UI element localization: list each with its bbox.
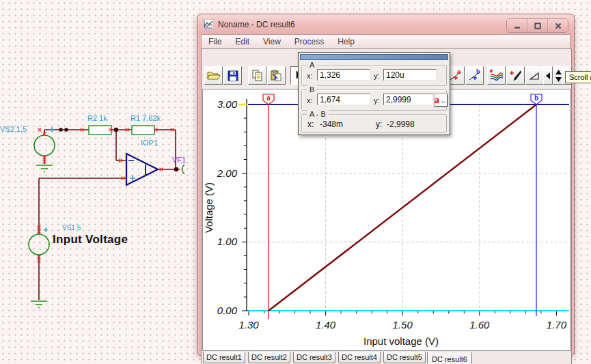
svg-text:1.00: 1.00	[217, 236, 238, 247]
svg-text:1.30: 1.30	[238, 319, 259, 331]
vs2-label: VS2 1,5	[0, 125, 27, 133]
open-button[interactable]	[204, 66, 223, 85]
cursor-b-icon: b	[468, 69, 482, 83]
b-y-label: y:	[374, 96, 380, 104]
tab-dc-result6[interactable]: DC result6	[427, 352, 472, 364]
cursor-diff-group: A - B x: -348m y: -2,9998	[301, 114, 447, 132]
tab-dc-result2[interactable]: DC result2	[248, 352, 290, 363]
menu-edit[interactable]: Edit	[228, 37, 256, 46]
vs2-plus-sign	[50, 127, 55, 132]
tab-dc-result3[interactable]: DC result3	[293, 352, 335, 363]
resistor-r2[interactable]	[89, 126, 111, 135]
copy-button[interactable]	[248, 66, 266, 85]
minimize-icon	[514, 23, 521, 29]
cursor-a-x-field[interactable]	[317, 69, 370, 81]
group-diff-legend: A - B	[307, 110, 329, 118]
x-tick-labels: 1.30 1.40 1.50 1.60 1.70	[238, 319, 566, 331]
x-axis-title: Input voltage (V)	[363, 335, 439, 347]
tab-dc-result5[interactable]: DC result5	[383, 352, 426, 363]
tab-dc-result4[interactable]: DC result4	[338, 352, 381, 363]
y-axis-title: Voltage (V)	[203, 182, 215, 233]
svg-text:b: b	[476, 69, 480, 75]
vs1-ground[interactable]	[31, 301, 47, 309]
y-tick-labels: 0.00 1.00 2.00 3.00	[217, 98, 238, 316]
menu-help[interactable]: Help	[331, 37, 361, 46]
marker-button[interactable]	[525, 66, 544, 85]
jump-a-letter: a	[435, 96, 439, 105]
diff-x-label: x:	[307, 120, 314, 129]
draw-pen-button[interactable]	[506, 66, 525, 85]
panel-drag-grip[interactable]	[300, 54, 448, 60]
group-b-legend: B	[307, 85, 317, 94]
cursor-a-y-field[interactable]	[383, 69, 437, 81]
menu-file[interactable]: File	[202, 37, 228, 46]
window-title: Noname - DC result6	[218, 20, 295, 29]
cursor-b-button[interactable]: b	[465, 66, 484, 85]
draw-pen-icon	[509, 69, 522, 82]
copy-icon	[251, 70, 263, 81]
cursor-a-group: A x: y:	[301, 65, 447, 86]
close-icon	[555, 23, 562, 29]
menu-view[interactable]: View	[256, 37, 288, 46]
minimize-button[interactable]	[507, 19, 527, 32]
svg-text:1.40: 1.40	[316, 319, 336, 331]
cursor-b-flag-letter: b	[534, 94, 538, 102]
a-y-label: y:	[374, 72, 380, 80]
save-button[interactable]	[223, 66, 242, 85]
gridlines	[249, 104, 569, 311]
group-a-legend: A	[307, 61, 317, 69]
svg-text:1.60: 1.60	[469, 319, 490, 331]
cursor-b-group: B x: y: a ←	[301, 89, 447, 111]
caption-buttons	[506, 18, 568, 33]
jump-left-arrow-icon: ←	[440, 97, 448, 104]
open-folder-icon	[207, 70, 221, 81]
svg-text:1.50: 1.50	[393, 319, 413, 331]
maximize-button[interactable]	[527, 19, 548, 32]
close-button[interactable]	[548, 19, 568, 32]
paste-button[interactable]	[267, 66, 286, 85]
add-curves-button[interactable]	[487, 66, 506, 85]
arrow-left-icon	[545, 72, 551, 79]
menubar: File Edit View Process Help	[201, 34, 571, 48]
arrow-up-down-icon	[555, 70, 562, 82]
marker-flag-icon	[529, 71, 541, 81]
svg-text:2.00: 2.00	[217, 167, 238, 179]
jump-to-a-button[interactable]: a ←	[435, 94, 448, 107]
r1-label: R1 7,62k	[130, 114, 161, 122]
add-curves-icon	[489, 69, 504, 82]
opamp-plus-input	[130, 176, 135, 181]
save-floppy-icon	[228, 70, 238, 81]
opamp-label: IOP1	[141, 139, 158, 147]
a-x-label: x:	[307, 72, 313, 80]
vs1-label: VS1 5	[62, 224, 81, 232]
cursor-a[interactable]: a	[263, 94, 274, 319]
tab-dc-result1[interactable]: DC result1	[203, 352, 245, 363]
scroll-left-button[interactable]	[543, 66, 553, 85]
cursor-a-icon: a	[449, 69, 463, 83]
paste-icon	[271, 70, 282, 81]
scroll-right-tooltip: Scroll right	[565, 71, 591, 83]
cursor-a-flag-letter: a	[266, 94, 271, 102]
window-chart-icon	[203, 19, 214, 29]
r2-label: R2 1k	[87, 114, 107, 122]
axis-ticks	[242, 118, 556, 316]
svg-text:0.00: 0.00	[217, 305, 238, 316]
diff-x-value: -348m	[320, 120, 343, 129]
cursor-b-y-field[interactable]	[383, 94, 434, 105]
result-tabstrip: DC result1 DC result2 DC result3 DC resu…	[202, 351, 571, 364]
window-titlebar[interactable]: Noname - DC result6	[197, 14, 574, 34]
vf1-probe[interactable]	[182, 165, 184, 174]
diff-y-value: -2,9998	[387, 120, 415, 129]
diff-y-label: y:	[376, 120, 382, 129]
cursor-b[interactable]: b	[531, 94, 542, 316]
opamp-iop1[interactable]	[126, 154, 158, 185]
cursor-values-panel: A x: y: B x: y: a ← A - B x: -348m y: -2…	[298, 52, 450, 135]
cursor-b-x-field[interactable]	[317, 94, 370, 105]
schematic-wires[interactable]	[39, 130, 180, 300]
resistor-r1[interactable]	[132, 126, 154, 135]
b-x-label: x:	[307, 96, 313, 104]
vf1-label: VF1	[172, 156, 186, 164]
vs2-ground[interactable]	[36, 165, 53, 173]
input-voltage-annotation: Input Voltage	[53, 233, 128, 247]
menu-process[interactable]: Process	[288, 37, 331, 46]
